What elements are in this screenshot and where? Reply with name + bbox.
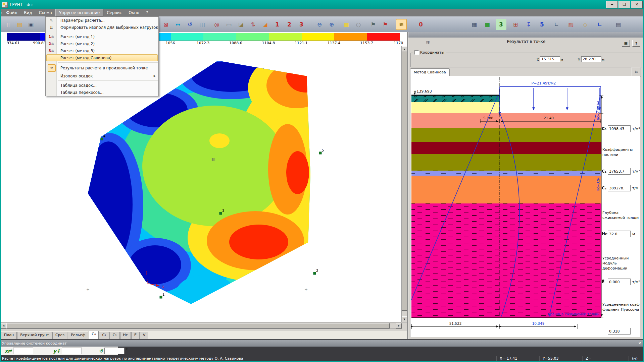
help-button[interactable]: ? <box>632 40 640 47</box>
menubar-item-3[interactable]: Упругое основание <box>55 9 103 16</box>
result-value-3[interactable] <box>608 185 631 191</box>
axes-icon[interactable]: ∟ <box>594 19 605 30</box>
new-document-icon[interactable]: ▯ <box>3 19 13 30</box>
calc-method-1-icon[interactable]: 1 <box>272 19 283 30</box>
tab-metod-savinova[interactable]: Метод Савинова <box>410 68 450 76</box>
menubar-item-2[interactable]: Схема <box>36 9 55 16</box>
coordinates-checkbox[interactable] <box>414 50 419 55</box>
menu-item-12[interactable]: Таблица перекосов... <box>46 89 158 96</box>
cube-3-icon[interactable]: 3 <box>496 19 506 30</box>
pole-icon[interactable]: ⚑ <box>368 19 379 30</box>
close-button[interactable]: ✕ <box>631 1 643 8</box>
menu-item-4[interactable]: 2≋Расчет (метод 2) <box>46 40 158 47</box>
load-point-marker-3[interactable] <box>219 212 222 215</box>
menu-item-11[interactable]: Таблица осадок... <box>46 82 158 89</box>
import-down-icon[interactable]: ↧ <box>523 19 534 30</box>
sort-loads-icon[interactable]: ⇅ <box>248 19 258 30</box>
level-icon[interactable]: ∟ <box>551 19 562 30</box>
zoom-in-icon[interactable]: ⊕ <box>326 19 337 30</box>
result-value-2[interactable] <box>608 168 631 175</box>
pick-point-button[interactable]: ≋ <box>632 67 641 76</box>
load-point-marker-4[interactable] <box>101 138 103 140</box>
result-value-9[interactable] <box>608 328 631 335</box>
palette-icon[interactable]: ▨ <box>565 19 576 30</box>
solid-box-icon[interactable]: ■ <box>341 19 352 30</box>
menu-item-6[interactable]: Расчет (метод Савинова) <box>46 54 158 61</box>
move-x-icon[interactable]: x⇄ <box>5 348 12 354</box>
isofield-wedge-icon[interactable]: ◢ <box>260 19 270 30</box>
save-icon[interactable]: ▣ <box>26 19 36 30</box>
colorbar-segment-5 <box>171 33 204 41</box>
result-value-5[interactable] <box>608 231 631 237</box>
colorbar-tick-7: 1088.6 <box>229 41 242 45</box>
zoom-out-icon[interactable]: ⊖ <box>314 19 325 30</box>
result-value-0[interactable] <box>608 125 631 132</box>
view-tab-4[interactable]: C₀ <box>89 331 99 339</box>
move-y-icon[interactable]: y↕ <box>53 348 60 354</box>
bottom-dimension <box>411 324 577 329</box>
load-point-marker-5[interactable] <box>319 152 321 154</box>
x-coord-label: X <box>537 58 539 62</box>
colorbar-tick-5: 1056 <box>166 41 175 45</box>
report-icon[interactable]: ▤ <box>613 19 624 30</box>
rotate-icon[interactable]: ↺ <box>99 348 103 354</box>
menu-item-0[interactable]: ✎Параметры расчета... <box>46 17 158 24</box>
open-folder-icon[interactable]: ▤ <box>14 19 25 30</box>
view-tab-0[interactable]: План <box>1 332 17 339</box>
menu-item-5[interactable]: 3≋Расчет (метод 3) <box>46 47 158 54</box>
view-tab-2[interactable]: Срез <box>52 332 67 339</box>
menu-item-3[interactable]: 1≋Расчет (метод 1) <box>46 33 158 40</box>
view-tab-7[interactable]: Hс <box>120 332 131 339</box>
y-coord-input[interactable] <box>581 56 601 62</box>
pan-icon[interactable]: ↔ <box>172 19 183 30</box>
move-x-input[interactable] <box>13 348 33 354</box>
five-l-icon[interactable]: 5 <box>537 19 547 30</box>
menubar-item-0[interactable]: Файл <box>3 9 20 16</box>
rotate-view-icon[interactable]: ↺ <box>185 19 195 30</box>
delete-node-icon[interactable]: ⊠ <box>160 19 171 30</box>
shell-icon[interactable]: ○ <box>353 19 364 30</box>
maximize-button[interactable]: ❐ <box>618 1 630 8</box>
select-region-icon[interactable]: ▭ <box>224 19 234 30</box>
view-tab-3[interactable]: Рельеф <box>68 332 88 339</box>
mesh-green-icon[interactable]: ■ <box>482 19 493 30</box>
edit-isofields-icon[interactable]: ◪ <box>236 19 246 30</box>
start-flag-icon[interactable]: ⚑ <box>380 19 391 30</box>
coord-bar-close-icon[interactable]: ✕ <box>638 341 641 346</box>
view-tab-8[interactable]: Ē <box>131 332 140 339</box>
view-tab-1[interactable]: Верхний грунт <box>17 332 52 339</box>
view-tab-5[interactable]: C₁ <box>99 332 109 339</box>
box-3d-icon[interactable]: ◇ <box>580 19 591 30</box>
save-view-icon[interactable]: ◫ <box>197 19 207 30</box>
calc-method-2-icon[interactable]: 2 <box>284 19 295 30</box>
map-horizontal-scrollbar[interactable]: ◀ ▶ <box>0 323 402 329</box>
rotate-input[interactable] <box>104 348 125 354</box>
add-model-icon[interactable]: ⊞ <box>510 19 521 30</box>
zero-level-icon[interactable]: 0 <box>415 19 426 30</box>
load-point-marker-2[interactable] <box>313 272 316 275</box>
menubar-item-1[interactable]: Вид <box>20 9 35 16</box>
menubar-item-5[interactable]: Окно <box>125 9 143 16</box>
result-unit-2: т/м³ <box>632 169 640 174</box>
menu-item-9[interactable]: Изополя осадок▶ <box>46 72 158 79</box>
grid-icon[interactable]: ▦ <box>469 19 480 30</box>
panel-grip[interactable] <box>408 32 644 38</box>
view-tab-9[interactable]: V̄ <box>140 332 149 339</box>
point-results-spring-icon[interactable]: ≋ <box>396 19 407 30</box>
menubar-item-6[interactable]: ? <box>143 9 151 16</box>
calc-method-3-icon[interactable]: 3 <box>296 19 307 30</box>
menu-item-label: Формировать изополя для выбранных нагруз… <box>60 25 158 30</box>
menu-item-1[interactable]: ⇊Формировать изополя для выбранных нагру… <box>46 24 158 31</box>
table-view-button[interactable]: ▦ <box>622 40 630 47</box>
move-y-input[interactable] <box>62 348 82 354</box>
x-coord-input[interactable] <box>540 56 560 62</box>
soil-layer-loam-salmon <box>411 113 601 128</box>
menubar-item-4[interactable]: Сервис <box>103 9 125 16</box>
view-tab-6[interactable]: C₂ <box>109 332 119 339</box>
menu-item-8[interactable]: ≋Результаты расчета в произвольной точке <box>46 64 158 72</box>
minimize-button[interactable]: ─ <box>606 1 618 8</box>
result-value-7[interactable] <box>608 279 631 285</box>
center-view-icon[interactable]: ◎ <box>211 19 222 30</box>
load-point-marker-1[interactable] <box>160 296 162 298</box>
result-unit-7: т/м² <box>632 280 640 284</box>
